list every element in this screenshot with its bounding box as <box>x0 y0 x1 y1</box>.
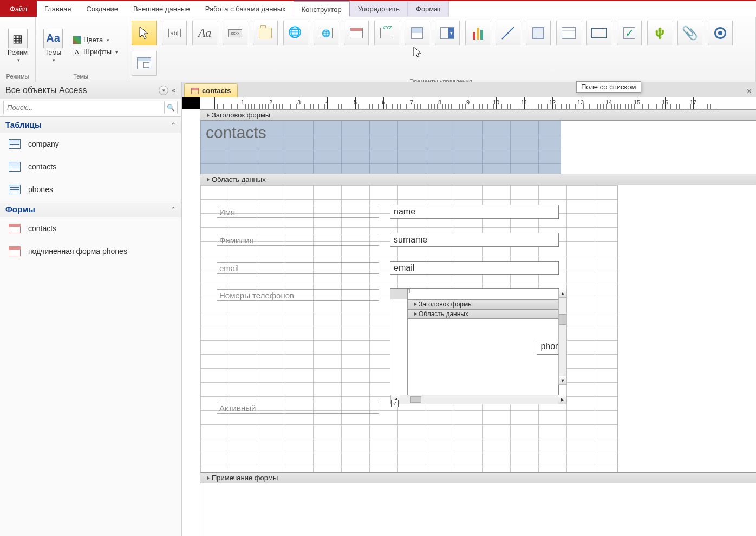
control-rectangle-icon[interactable] <box>586 21 611 45</box>
tab-create[interactable]: Создание <box>79 1 126 17</box>
control-chart-icon[interactable] <box>465 21 490 45</box>
themes-button[interactable]: Aa Темы <box>40 27 66 65</box>
form-design-area: contacts Поле со списком × 1234567891011… <box>182 82 756 536</box>
table-icon <box>9 139 21 149</box>
label-name[interactable]: Имя <box>217 206 379 218</box>
group-label-modes: Режимы <box>6 72 29 81</box>
field-name[interactable]: name <box>390 205 559 219</box>
label-surname[interactable]: Фамилия <box>217 234 379 246</box>
search-icon[interactable]: 🔍 <box>164 101 177 114</box>
group-label-themes: Темы <box>73 72 88 81</box>
control-line-icon[interactable] <box>496 21 520 45</box>
nav-search: 🔍 <box>3 101 178 114</box>
horizontal-ruler[interactable]: 1234567891011121314151617 <box>200 97 756 109</box>
section-detail[interactable]: Область данных <box>200 174 756 185</box>
table-icon <box>9 162 21 172</box>
control-unbound-icon[interactable]: 🌵 <box>647 21 672 45</box>
nav-group-forms[interactable]: Формы⌃ <box>0 201 181 217</box>
subform-vruler[interactable] <box>390 299 408 395</box>
form-icon <box>9 224 21 233</box>
control-hyperlink-icon[interactable]: 🌐 <box>283 21 308 45</box>
collapse-icon[interactable]: ⌃ <box>171 206 175 212</box>
document-tabs: contacts Поле со списком × <box>182 82 756 97</box>
section-form-header[interactable]: Заголовок формы <box>200 109 756 121</box>
label-email[interactable]: email <box>217 262 379 274</box>
svg-line-0 <box>502 27 514 39</box>
subform-phones[interactable]: 1234 Заголовок формы Область данных phon <box>390 288 559 395</box>
search-input[interactable] <box>4 101 164 114</box>
nav-item-phones[interactable]: phones <box>0 178 181 201</box>
form-icon <box>9 246 21 256</box>
view-button[interactable]: ▦ Режим <box>4 27 31 65</box>
subform-vscrollbar[interactable]: ▲▼ <box>558 289 567 385</box>
subform-field-phone[interactable]: phon <box>537 341 558 355</box>
tab-design[interactable]: Конструктор <box>294 1 350 17</box>
colors-button[interactable]: Цвета <box>69 35 121 45</box>
fonts-button[interactable]: A Шрифты <box>69 47 121 57</box>
nav-group-tables[interactable]: Таблицы⌃ <box>0 116 181 133</box>
control-tab-icon[interactable] <box>253 21 278 45</box>
vertical-ruler[interactable] <box>182 109 200 536</box>
tab-database-tools[interactable]: Работа с базами данных <box>198 1 294 17</box>
tooltip-combobox: Поле со списком <box>576 81 641 93</box>
control-combobox-icon[interactable]: ▾ <box>435 21 460 45</box>
subform-section-detail[interactable]: Область данных <box>408 309 558 319</box>
control-textbox-icon[interactable]: ab| <box>162 21 187 45</box>
collapse-icon[interactable]: ⌃ <box>171 122 175 128</box>
nav-item-form-contacts[interactable]: contacts <box>0 217 181 240</box>
label-phones[interactable]: Номеры телефонов <box>217 289 379 301</box>
control-optiongroup-icon[interactable]: XYZ <box>374 21 399 45</box>
nav-item-contacts[interactable]: contacts <box>0 155 181 178</box>
checkbox-active[interactable]: ✓ <box>391 400 399 407</box>
nav-collapse-button[interactable]: « <box>172 87 175 94</box>
tab-arrange[interactable]: Упорядочить <box>350 1 408 17</box>
fonts-icon: A <box>73 48 81 56</box>
control-subform-icon[interactable] <box>132 51 157 76</box>
design-canvas[interactable]: Заголовок формы contacts Область данных … <box>200 109 756 536</box>
close-button[interactable]: × <box>742 86 756 97</box>
nav-menu-button[interactable]: ▾ <box>159 86 168 95</box>
field-email[interactable]: email <box>390 261 559 275</box>
colors-icon <box>73 36 81 44</box>
doc-tab-contacts[interactable]: contacts <box>184 83 238 97</box>
subform-selector[interactable] <box>390 289 408 299</box>
ribbon-group-themes: Aa Темы Цвета A Шрифты Темы <box>36 17 126 82</box>
ribbon-tabs: Файл Главная Создание Внешние данные Раб… <box>0 1 756 17</box>
ribbon-body: ▦ Режим Режимы Aa Темы Цвета A Шрифты <box>0 17 756 82</box>
tab-home[interactable]: Главная <box>37 1 79 17</box>
subform-section-header[interactable]: Заголовок формы <box>408 299 558 309</box>
control-listbox-icon[interactable] <box>556 21 581 45</box>
tab-external-data[interactable]: Внешние данные <box>126 1 198 17</box>
navigation-pane: Все объекты Access ▾ « 🔍 Таблицы⌃ compan… <box>0 82 182 536</box>
table-icon <box>9 185 21 194</box>
control-optionbutton-icon[interactable] <box>708 21 733 45</box>
form-icon <box>191 88 199 94</box>
control-select-icon[interactable] <box>132 21 157 45</box>
control-attachment-icon[interactable]: 📎 <box>677 21 702 45</box>
ribbon-group-controls: ab| Aa xxxx 🌐 🌐 XYZ ▾ ✓ 🌵 📎 Элементы упр… <box>126 17 756 82</box>
file-tab[interactable]: Файл <box>0 1 37 17</box>
control-checkbox-icon[interactable]: ✓ <box>617 21 642 45</box>
nav-item-form-phones[interactable]: подчиненная форма phones <box>0 240 181 263</box>
control-webbrowser-icon[interactable]: 🌐 <box>314 21 338 45</box>
nav-item-company[interactable]: company <box>0 133 181 155</box>
control-label-icon[interactable]: Aa <box>192 21 217 45</box>
label-active[interactable]: Активный <box>217 402 379 414</box>
ribbon-group-modes: ▦ Режим Режимы <box>0 17 36 82</box>
ruler-selector[interactable] <box>182 97 200 109</box>
field-surname[interactable]: surname <box>390 233 559 247</box>
form-title-label[interactable]: contacts <box>203 123 270 142</box>
themes-icon: Aa <box>43 29 63 48</box>
control-pagebreak-icon[interactable] <box>405 21 429 45</box>
control-button-icon[interactable]: xxxx <box>223 21 247 45</box>
form-view-icon: ▦ <box>8 29 28 48</box>
subform-hruler[interactable]: 1234 <box>408 289 558 299</box>
subform-hscrollbar[interactable]: ◀▶ <box>390 395 567 404</box>
nav-header[interactable]: Все объекты Access ▾ « <box>0 82 181 99</box>
control-togglebutton-icon[interactable] <box>526 21 551 45</box>
tab-format[interactable]: Формат <box>408 1 449 17</box>
control-navigation-icon[interactable] <box>344 21 369 45</box>
section-form-footer[interactable]: Примечание формы <box>200 472 756 483</box>
